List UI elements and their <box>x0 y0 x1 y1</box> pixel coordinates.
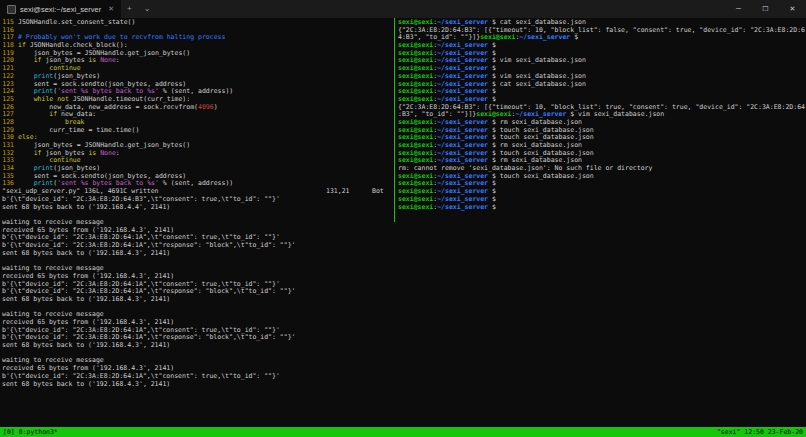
vim-code-line: 133 continue <box>2 157 392 165</box>
server-output-line: b'{\t"device_id": "2C:3A:E8:2D:64:1A",\t… <box>2 234 802 242</box>
line-number: 128 <box>2 119 18 127</box>
vim-code-line: 132 if json_bytes is None: <box>2 150 392 158</box>
text-segment: continue <box>49 157 80 164</box>
server-output-line: sent 68 bytes back to ('192.168.4.3', 21… <box>2 250 802 258</box>
text-segment: if <box>34 57 46 64</box>
server-output-line: sent 68 bytes back to ('192.168.4.4', 21… <box>2 204 802 212</box>
server-output-pane[interactable]: b'{\t"device_id": "2C:3A:E8:2D:64:B3",\t… <box>2 196 802 424</box>
server-output-line: received 65 bytes from ('192.168.4.3', 2… <box>2 365 802 373</box>
tmux-session-window-list[interactable]: [0] 0:python3* <box>3 427 58 437</box>
titlebar: sexi@sexi:~/sexi_server ✕ + ⌄ ─ ☐ ✕ <box>0 0 806 18</box>
shell-line: sexi@sexi:~/sexi_server $ rm sexi_databa… <box>398 157 805 165</box>
terminal-icon <box>7 5 16 14</box>
text-segment: sent = sock.sendto(json_bytes, address) <box>18 81 186 88</box>
text-segment: is <box>88 150 100 157</box>
text-segment <box>18 165 34 172</box>
shell-line: sexi@sexi:~/sexi_server $ touch sexi_dat… <box>398 127 805 135</box>
text-segment: ~/sexi_server <box>437 42 488 49</box>
shell-line: sexi@sexi:~/sexi_server $ touch sexi_dat… <box>398 150 805 158</box>
text-segment: sexi@sexi <box>398 119 433 126</box>
server-output-line <box>2 258 802 266</box>
shell-line: sexi@sexi:~/sexi_server $ cat sexi_datab… <box>398 19 805 27</box>
text-segment: rm sexi_database.json <box>500 119 582 126</box>
text-segment: print <box>34 73 54 80</box>
maximize-button[interactable]: ☐ <box>752 0 779 18</box>
shell-line: sexi@sexi:~/sexi_server $ <box>398 180 805 188</box>
text-segment: $ <box>488 173 500 180</box>
text-segment: :B3", "to_id": ""}]} <box>398 111 476 118</box>
shell-line: 4:B3", "to_id": ""}]}sexi@sexi:~/sexi_se… <box>398 34 805 42</box>
vim-code-line: 123 sent = sock.sendto(json_bytes, addre… <box>2 81 392 89</box>
text-segment: new_data, new_address = sock.recvfrom( <box>18 104 198 111</box>
text-segment: rm sexi_database.json <box>500 142 582 149</box>
text-segment: sexi@sexi <box>398 96 433 103</box>
text-segment: sexi@sexi <box>398 65 433 72</box>
tab-close-icon[interactable]: ✕ <box>108 5 114 13</box>
text-segment: sexi@sexi <box>398 150 433 157</box>
shell-pane[interactable]: sexi@sexi:~/sexi_server $ cat sexi_datab… <box>398 19 805 216</box>
text-segment: ~/sexi_server <box>515 111 566 118</box>
line-number: 120 <box>2 57 18 65</box>
server-output-line: waiting to receive message <box>2 219 802 227</box>
vim-code-line: 135 sent = sock.sendto(json_bytes, addre… <box>2 173 392 181</box>
text-segment: sexi@sexi <box>398 19 433 26</box>
text-segment: ~/sexi_server <box>437 157 488 164</box>
text-segment: % (sent, address)) <box>159 88 233 95</box>
text-segment: {"2C:3A:E8:2D:64:B3": [{"timeout": 10, "… <box>398 104 805 111</box>
text-segment <box>18 157 49 164</box>
shell-line: sexi@sexi:~/sexi_server $ vim sexi_datab… <box>398 73 805 81</box>
line-number: 130 <box>2 134 18 142</box>
text-segment: ~/sexi_server <box>437 88 488 95</box>
text-segment: json_bytes <box>45 57 88 64</box>
text-segment: $ <box>488 50 500 57</box>
text-segment: $ <box>488 180 500 187</box>
line-number: 133 <box>2 157 18 165</box>
text-segment: None <box>100 150 116 157</box>
shell-line: sexi@sexi:~/sexi_server $ <box>398 88 805 96</box>
minimize-button[interactable]: ─ <box>725 0 752 18</box>
shell-line: {"2C:3A:E8:2D:64:B3": [{"timeout": 10, "… <box>398 104 805 112</box>
line-number: 136 <box>2 180 18 188</box>
close-button[interactable]: ✕ <box>779 0 806 18</box>
line-number: 135 <box>2 173 18 181</box>
text-segment: ~/sexi_server <box>437 134 488 141</box>
text-segment: sexi@sexi <box>398 142 433 149</box>
tab-dropdown-icon[interactable]: ⌄ <box>138 0 157 18</box>
text-segment: $ <box>488 134 500 141</box>
text-segment: touch sexi_database.json <box>500 173 594 180</box>
text-segment <box>18 57 34 64</box>
vim-pane[interactable]: 115JSONHandle.set_consent_state()116117#… <box>2 19 392 197</box>
text-segment: sent = sock.sendto(json_bytes, address) <box>18 173 186 180</box>
text-segment: touch sexi_database.json <box>500 127 594 134</box>
text-segment: sexi@sexi <box>398 42 433 49</box>
text-segment: 4:B3", "to_id": ""}]} <box>398 34 480 41</box>
vim-code-line: 121 continue <box>2 65 392 73</box>
terminal-tab[interactable]: sexi@sexi:~/sexi_server ✕ <box>0 0 121 18</box>
text-segment: 4096 <box>198 104 214 111</box>
text-segment: ~/sexi_server <box>437 127 488 134</box>
text-segment: ~/sexi_server <box>437 96 488 103</box>
line-number: 118 <box>2 42 18 50</box>
line-number: 131 <box>2 142 18 150</box>
tab-title: sexi@sexi:~/sexi_server <box>20 5 101 14</box>
server-output-line: b'{\t"device_id": "2C:3A:E8:2D:64:B3",\t… <box>2 196 802 204</box>
text-segment: vim sexi_database.json <box>500 57 586 64</box>
text-segment: ~/sexi_server <box>437 119 488 126</box>
text-segment: sexi@sexi <box>398 57 433 64</box>
text-segment: $ <box>488 127 500 134</box>
text-segment: $ <box>566 111 578 118</box>
text-segment: json_bytes <box>45 150 88 157</box>
text-segment: ~/sexi_server <box>437 173 488 180</box>
text-segment: sexi@sexi <box>398 127 433 134</box>
shell-line: {"2C:3A:E8:2D:64:B3": [{"timeout": 10, "… <box>398 27 805 35</box>
line-number: 122 <box>2 73 18 81</box>
new-tab-button[interactable]: + <box>121 0 138 18</box>
server-output-line: b'{\t"device_id": "2C:3A:E8:2D:64:1A",\t… <box>2 288 802 296</box>
text-segment: $ <box>488 42 500 49</box>
shell-line: sexi@sexi:~/sexi_server $ <box>398 188 805 196</box>
vim-code-line: 126 new_data, new_address = sock.recvfro… <box>2 104 392 112</box>
text-segment: ) <box>214 104 218 111</box>
line-number: 117 <box>2 34 18 42</box>
text-segment: $ <box>488 188 500 195</box>
server-output-line: waiting to receive message <box>2 357 802 365</box>
